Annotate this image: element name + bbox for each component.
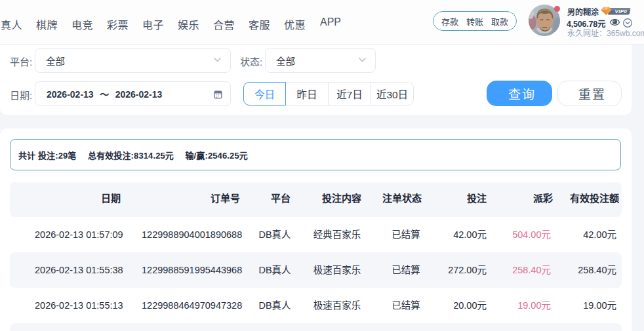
svg-text:VIP0: VIP0	[615, 9, 628, 14]
